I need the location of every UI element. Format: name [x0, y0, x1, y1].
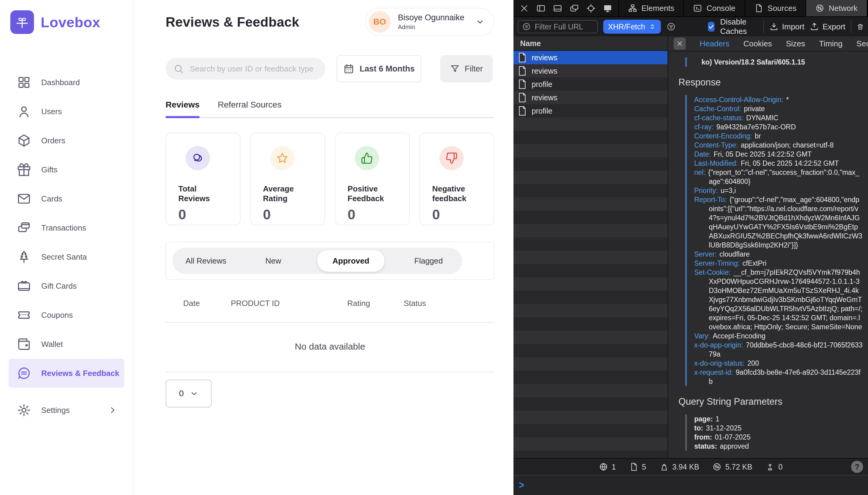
sidebar-item-label: Wallet [41, 340, 63, 349]
table-bottom-divider [166, 372, 494, 372]
device-icon[interactable] [603, 4, 612, 13]
detail-tab-headers[interactable]: Headers [700, 39, 730, 49]
stat-label: Total Reviews [178, 184, 227, 203]
envelope-icon [17, 192, 31, 206]
resource-type-filter[interactable]: XHR/Fetch [603, 20, 661, 34]
request-name: reviews [532, 93, 557, 102]
close-icon[interactable] [520, 4, 529, 13]
export-button[interactable]: Export [810, 22, 845, 32]
filter-options-icon[interactable] [666, 20, 676, 34]
request-row[interactable]: profile [513, 78, 668, 91]
stat-label: Positive Feedback [347, 184, 396, 203]
page-size-select[interactable]: 0 [166, 380, 212, 407]
import-button[interactable]: Import [769, 22, 805, 32]
network-icon [815, 4, 824, 13]
sidebar-item-gifts[interactable]: Gifts [9, 155, 124, 184]
disable-caches-label[interactable]: Disable Caches [720, 17, 758, 36]
detail-tab-timing[interactable]: Timing [819, 39, 842, 49]
thumbs-down-icon [440, 146, 464, 170]
user-menu[interactable]: BO Bisoye Ogunnaike Admin [365, 8, 494, 36]
grid-icon [17, 75, 31, 89]
gear-icon [17, 403, 31, 417]
network-status-bar: 1 5 3.94 KB 5.72 KB 0 ? [513, 458, 868, 475]
query-params-block: page:1 to:31-12-2025 from:01-07-2025 sta… [685, 414, 863, 451]
request-list-empty-area [513, 118, 668, 458]
sidebar-item-cards[interactable]: Cards [9, 184, 124, 213]
tab-reviews[interactable]: Reviews [166, 100, 199, 117]
detail-tab-cookies[interactable]: Cookies [743, 39, 772, 49]
request-list-header[interactable]: Name [513, 36, 668, 51]
dock-bottom-icon[interactable] [553, 4, 562, 13]
sidebar-item-gift-cards[interactable]: Gift Cards [9, 271, 124, 301]
response-header-row: nel:{"report_to":"cf-nel","success_fract… [694, 168, 863, 186]
document-icon [518, 66, 527, 76]
domains-count: 1 [599, 462, 616, 471]
request-row[interactable]: reviews [513, 51, 668, 64]
stat-value: 0 [347, 206, 399, 223]
page-title: Reviews & Feedback [166, 15, 299, 30]
close-detail-button[interactable] [674, 37, 686, 50]
request-list: Name reviews reviews profile reviews [513, 36, 668, 458]
request-row[interactable]: reviews [513, 64, 668, 78]
request-row[interactable]: profile [513, 104, 668, 118]
sidebar-item-secret-santa[interactable]: Secret Santa [9, 242, 124, 271]
sidebar-item-reviews-feedback[interactable]: Reviews & Feedback [9, 359, 124, 388]
response-header-row: Last-Modified:Fri, 05 Dec 2025 14:22:52 … [694, 159, 863, 168]
devtools-tab-elements[interactable]: Elements [618, 0, 683, 16]
dock-side-icon[interactable] [536, 4, 546, 13]
up-down-chevrons-icon [649, 23, 656, 30]
element-selector-icon[interactable] [586, 4, 596, 13]
sidebar-item-label: Transactions [41, 223, 86, 233]
sidebar-item-settings[interactable]: Settings [9, 396, 124, 425]
sidebar-item-orders[interactable]: Orders [9, 126, 124, 155]
detail-tab-security[interactable]: Security [856, 39, 868, 49]
headers-content[interactable]: ko) Version/18.2 Safari/605.1.15 Respons… [668, 51, 868, 458]
devtools-tab-sources[interactable]: Sources [744, 0, 805, 16]
request-row[interactable]: reviews [513, 91, 668, 104]
queued-count: 0 [766, 462, 783, 471]
sidebar-item-transactions[interactable]: Transactions [9, 213, 124, 242]
filter-button[interactable]: Filter [440, 55, 493, 82]
package-icon [17, 134, 31, 148]
gift-icon [17, 163, 31, 176]
segment-flagged[interactable]: Flagged [395, 248, 462, 274]
devtools-tab-console[interactable]: Console [683, 0, 744, 16]
undock-window-icon[interactable] [570, 4, 579, 13]
sidebar-item-dashboard[interactable]: Dashboard [9, 68, 124, 97]
app-window: Lovebox Dashboard Users Orders Gifts [0, 0, 513, 495]
chat-bubbles-icon [185, 146, 210, 170]
import-icon [769, 22, 779, 31]
user-agent-tail: ko) Version/18.2 Safari/605.1.15 [694, 57, 863, 67]
sidebar-item-users[interactable]: Users [9, 97, 124, 126]
calendar-icon [343, 63, 354, 74]
sidebar-item-label: Coupons [41, 310, 73, 320]
document-icon [518, 106, 527, 116]
sidebar-item-label: Orders [41, 136, 65, 146]
disable-caches-checkbox[interactable] [708, 22, 715, 32]
document-icon [518, 52, 527, 63]
brand[interactable]: Lovebox [0, 10, 133, 34]
detail-tab-sizes[interactable]: Sizes [786, 39, 805, 49]
response-header-row: Priority:u=3,i [694, 186, 863, 195]
segment-new[interactable]: New [240, 248, 307, 274]
page-header: Reviews & Feedback BO Bisoye Ogunnaike A… [166, 8, 494, 36]
sidebar-item-wallet[interactable]: Wallet [9, 329, 124, 359]
request-name: profile [532, 107, 552, 115]
date-range-button[interactable]: Last 6 Months [337, 55, 421, 82]
segment-approved[interactable]: Approved [317, 250, 384, 272]
export-icon [810, 22, 819, 31]
column-status: Status [404, 299, 426, 308]
segment-all-reviews[interactable]: All Reviews [172, 248, 240, 274]
sidebar-item-coupons[interactable]: Coupons [9, 301, 124, 329]
ticket-icon [17, 308, 31, 322]
response-header-row: Cache-Control:private [694, 104, 863, 113]
trash-icon[interactable] [857, 21, 864, 32]
devtools-tab-network[interactable]: Network [805, 0, 867, 16]
help-button[interactable]: ? [851, 461, 863, 473]
tab-referral-sources[interactable]: Referral Sources [218, 100, 281, 117]
status-filter-card: All Reviews New Approved Flagged [166, 242, 494, 280]
url-filter-field[interactable]: Filter Full URL [518, 20, 598, 33]
table-header: Date PRODUCT ID Rating Status [166, 299, 494, 308]
search-input[interactable] [189, 64, 317, 74]
console-prompt-bar[interactable]: > [513, 475, 868, 495]
